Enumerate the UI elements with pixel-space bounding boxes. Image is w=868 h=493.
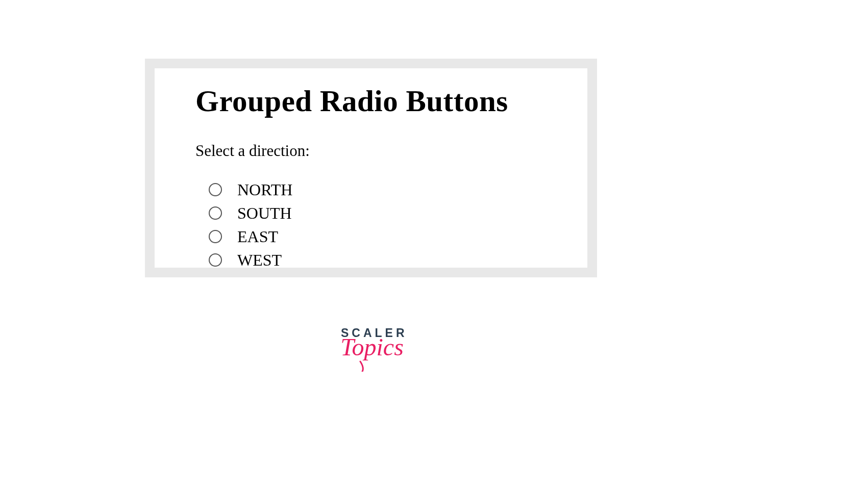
radio-south[interactable] <box>209 206 222 220</box>
radio-option-north: NORTH <box>209 179 547 200</box>
scaler-topics-logo: SCALER Topics <box>341 327 403 377</box>
svg-text:Topics: Topics <box>341 336 403 360</box>
radio-label-north[interactable]: NORTH <box>237 180 292 199</box>
page-title: Grouped Radio Buttons <box>195 84 547 119</box>
example-frame: Grouped Radio Buttons Select a direction… <box>145 59 597 277</box>
example-card: Grouped Radio Buttons Select a direction… <box>155 68 587 268</box>
radio-group: NORTH SOUTH EAST WEST <box>195 179 547 268</box>
radio-option-east: EAST <box>209 226 547 247</box>
radio-west[interactable] <box>209 253 222 267</box>
radio-label-south[interactable]: SOUTH <box>237 204 292 223</box>
radio-option-south: SOUTH <box>209 203 547 223</box>
form-prompt: Select a direction: <box>195 142 547 160</box>
radio-option-west: WEST <box>209 250 547 268</box>
radio-east[interactable] <box>209 230 222 243</box>
logo-text-bottom: Topics <box>341 336 403 374</box>
radio-north[interactable] <box>209 183 222 196</box>
radio-label-east[interactable]: EAST <box>237 227 278 246</box>
radio-label-west[interactable]: WEST <box>237 251 282 268</box>
